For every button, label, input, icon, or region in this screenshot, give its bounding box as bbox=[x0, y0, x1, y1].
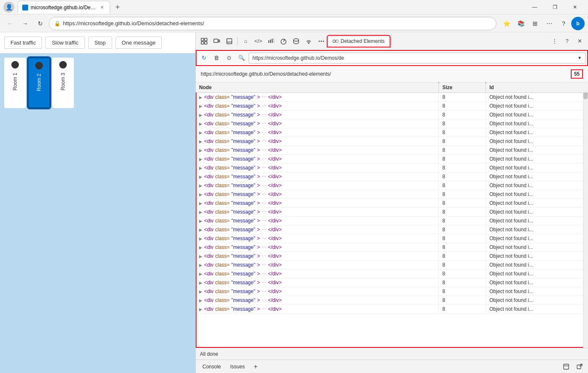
fast-traffic-button[interactable]: Fast traffic bbox=[4, 37, 42, 49]
network-button[interactable] bbox=[265, 35, 277, 47]
devtools-help-button[interactable]: ? bbox=[561, 35, 573, 47]
device-emulation-button[interactable] bbox=[211, 35, 223, 47]
expand-arrow[interactable]: ▶ bbox=[199, 307, 202, 312]
dock-bottom-button[interactable] bbox=[560, 361, 572, 373]
expand-arrow[interactable]: ▶ bbox=[199, 219, 202, 223]
expand-arrow[interactable]: ▶ bbox=[199, 139, 202, 144]
help-button[interactable]: ? bbox=[557, 17, 570, 30]
collections-button[interactable]: 📚 bbox=[514, 17, 528, 30]
issues-tab[interactable]: Issues bbox=[226, 362, 249, 371]
split-screen-button[interactable]: ⊞ bbox=[528, 17, 542, 30]
table-row[interactable]: ▶ <div class="message"> ⋯ </div> 8 Objec… bbox=[196, 270, 588, 278]
expand-arrow[interactable]: ▶ bbox=[199, 280, 202, 285]
table-row[interactable]: ▶ <div class="message"> ⋯ </div> 8 Objec… bbox=[196, 190, 588, 199]
forward-button[interactable]: → bbox=[18, 17, 32, 30]
table-row[interactable]: ▶ <div class="message"> ⋯ </div> 8 Objec… bbox=[196, 93, 588, 102]
performance-button[interactable] bbox=[278, 35, 289, 47]
table-row[interactable]: ▶ <div class="message"> ⋯ </div> 8 Objec… bbox=[196, 199, 588, 208]
settings-more-button[interactable]: ⋯ bbox=[543, 17, 556, 30]
expand-arrow[interactable]: ▶ bbox=[199, 201, 202, 206]
table-row[interactable]: ▶ <div class="message"> ⋯ </div> 8 Objec… bbox=[196, 119, 588, 128]
expand-arrow[interactable]: ▶ bbox=[199, 175, 202, 179]
slow-traffic-button[interactable]: Slow traffic bbox=[45, 37, 84, 49]
expand-arrow[interactable]: ▶ bbox=[199, 130, 202, 135]
favorites-button[interactable]: ⭐ bbox=[500, 17, 513, 30]
expand-arrow[interactable]: ▶ bbox=[199, 254, 202, 259]
table-row[interactable]: ▶ <div class="message"> ⋯ </div> 8 Objec… bbox=[196, 102, 588, 111]
table-row[interactable]: ▶ <div class="message"> ⋯ </div> 8 Objec… bbox=[196, 234, 588, 243]
elements-button[interactable]: ⌂ bbox=[240, 35, 252, 47]
expand-arrow[interactable]: ▶ bbox=[199, 228, 202, 232]
expand-arrow[interactable]: ▶ bbox=[199, 210, 202, 214]
back-button[interactable]: ← bbox=[3, 17, 17, 30]
table-row[interactable]: ▶ <div class="message"> ⋯ </div> 8 Objec… bbox=[196, 164, 588, 172]
refresh-detached-button[interactable]: ↻ bbox=[198, 53, 209, 63]
expand-arrow[interactable]: ▶ bbox=[199, 166, 202, 170]
stop-button[interactable]: Stop bbox=[88, 37, 112, 49]
table-row[interactable]: ▶ <div class="message"> ⋯ </div> 8 Objec… bbox=[196, 225, 588, 234]
minimize-button[interactable]: — bbox=[525, 0, 544, 15]
expand-arrow[interactable]: ▶ bbox=[199, 298, 202, 303]
expand-arrow[interactable]: ▶ bbox=[199, 236, 202, 241]
table-row[interactable]: ▶ <div class="message"> ⋯ </div> 8 Objec… bbox=[196, 137, 588, 146]
expand-detached-button[interactable]: ⊙ bbox=[223, 53, 234, 63]
close-button[interactable]: ✕ bbox=[565, 0, 585, 15]
edge-copilot-button[interactable]: b bbox=[571, 17, 585, 30]
scrollbar-track[interactable] bbox=[583, 82, 588, 348]
devtools-close-button[interactable]: ✕ bbox=[574, 35, 585, 47]
detach-devtools-button[interactable] bbox=[574, 361, 585, 373]
wireless-button[interactable] bbox=[303, 35, 315, 47]
table-row[interactable]: ▶ <div class="message"> ⋯ </div> 8 Objec… bbox=[196, 172, 588, 181]
new-tab-button[interactable]: + bbox=[112, 1, 123, 13]
table-row[interactable]: ▶ <div class="message"> ⋯ </div> 8 Objec… bbox=[196, 181, 588, 190]
memory-button[interactable] bbox=[290, 35, 302, 47]
table-row[interactable]: ▶ <div class="message"> ⋯ </div> 8 Objec… bbox=[196, 261, 588, 270]
expand-arrow[interactable]: ▶ bbox=[199, 157, 202, 161]
one-message-button[interactable]: One message bbox=[116, 37, 162, 49]
expand-arrow[interactable]: ▶ bbox=[199, 263, 202, 267]
room-3-card[interactable]: Room 3 bbox=[52, 58, 74, 108]
expand-arrow[interactable]: ▶ bbox=[199, 113, 202, 117]
expand-arrow[interactable]: ▶ bbox=[199, 183, 202, 188]
devtools-more-button[interactable]: ⋮ bbox=[549, 35, 560, 47]
table-row[interactable]: ▶ <div class="message"> ⋯ </div> 8 Objec… bbox=[196, 296, 588, 305]
delete-detached-button[interactable]: 🗑 bbox=[211, 53, 222, 63]
active-tab[interactable]: microsoftedge.github.io/Demos/ ✕ bbox=[18, 1, 110, 13]
table-row[interactable]: ▶ <div class="message"> ⋯ </div> 8 Objec… bbox=[196, 287, 588, 296]
table-row[interactable]: ▶ <div class="message"> ⋯ </div> 8 Objec… bbox=[196, 155, 588, 164]
room-1-card[interactable]: Room 1 bbox=[4, 58, 26, 108]
table-row[interactable]: ▶ <div class="message"> ⋯ </div> 8 Objec… bbox=[196, 111, 588, 119]
detached-url-bar[interactable]: https://microsoftedge.github.io/Demos/de… bbox=[249, 53, 585, 63]
expand-arrow[interactable]: ▶ bbox=[199, 122, 202, 126]
expand-arrow[interactable]: ▶ bbox=[199, 95, 202, 100]
profile-button[interactable]: 👤 bbox=[3, 2, 14, 13]
dock-button[interactable] bbox=[223, 35, 235, 47]
maximize-button[interactable]: ❐ bbox=[545, 0, 564, 15]
expand-arrow[interactable]: ▶ bbox=[199, 192, 202, 197]
room-2-card[interactable]: Room 2 bbox=[28, 58, 50, 108]
search-detached-button[interactable]: 🔍 bbox=[236, 53, 247, 63]
expand-arrow[interactable]: ▶ bbox=[199, 104, 202, 108]
detached-elements-tab[interactable]: Detached Elements bbox=[328, 36, 389, 46]
table-row[interactable]: ▶ <div class="message"> ⋯ </div> 8 Objec… bbox=[196, 128, 588, 137]
add-bottom-tab-button[interactable]: + bbox=[250, 361, 262, 373]
more-tools-button[interactable] bbox=[315, 35, 327, 47]
expand-arrow[interactable]: ▶ bbox=[199, 148, 202, 153]
table-row[interactable]: ▶ <div class="message"> ⋯ </div> 8 Objec… bbox=[196, 278, 588, 287]
table-scroll-area[interactable]: Node Size Id ▶ <div class="message"> ⋯ <… bbox=[196, 82, 588, 318]
expand-arrow[interactable]: ▶ bbox=[199, 289, 202, 294]
inspect-element-button[interactable] bbox=[198, 35, 210, 47]
expand-arrow[interactable]: ▶ bbox=[199, 272, 202, 276]
url-dropdown-icon[interactable]: ▼ bbox=[578, 56, 582, 60]
tab-close-button[interactable]: ✕ bbox=[99, 4, 105, 11]
table-row[interactable]: ▶ <div class="message"> ⋯ </div> 8 Objec… bbox=[196, 305, 588, 314]
address-bar[interactable]: 🔒 https://microsoftedge.github.io/Demos/… bbox=[49, 17, 496, 30]
refresh-button[interactable]: ↻ bbox=[34, 17, 47, 30]
table-row[interactable]: ▶ <div class="message"> ⋯ </div> 8 Objec… bbox=[196, 146, 588, 155]
table-row[interactable]: ▶ <div class="message"> ⋯ </div> 8 Objec… bbox=[196, 208, 588, 217]
table-row[interactable]: ▶ <div class="message"> ⋯ </div> 8 Objec… bbox=[196, 243, 588, 252]
console-tab[interactable]: Console bbox=[198, 362, 225, 371]
expand-arrow[interactable]: ▶ bbox=[199, 245, 202, 250]
sources-button[interactable]: </> bbox=[252, 35, 264, 47]
table-row[interactable]: ▶ <div class="message"> ⋯ </div> 8 Objec… bbox=[196, 252, 588, 261]
